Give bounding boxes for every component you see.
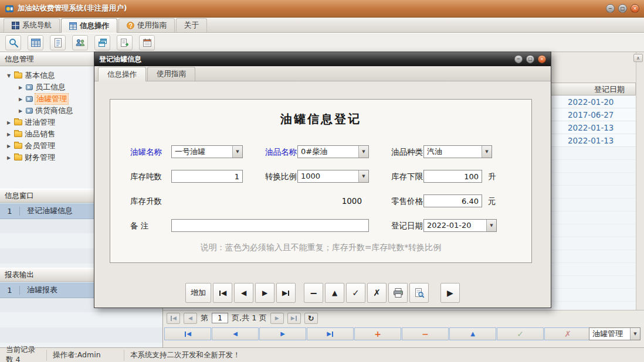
folder-icon <box>14 73 22 78</box>
tank-name-value: 一号油罐 <box>175 146 205 158</box>
grid-column-reg-date[interactable]: 登记日期 <box>550 83 636 95</box>
tab-info-ops[interactable]: 信息操作 <box>61 18 117 33</box>
dialog-close-button[interactable]: × <box>538 55 546 63</box>
table-select-dropdown[interactable]: 油罐管理 ▼ <box>589 327 640 340</box>
last-record-button[interactable]: ▶ <box>307 327 354 340</box>
dialog-tab-guide[interactable]: 使用指南 <box>147 67 195 81</box>
ratio-dropdown[interactable]: 1000 ▼ <box>297 170 369 183</box>
cascade-windows-button[interactable] <box>94 35 110 50</box>
dialog-first-button[interactable]: ◀ <box>213 283 232 303</box>
table-view-button[interactable] <box>28 35 43 50</box>
tab-label-user-guide: 使用指南 <box>137 21 167 30</box>
first-record-button[interactable]: ◀ <box>164 327 211 340</box>
dialog-cancel-button[interactable]: ✗ <box>367 283 387 303</box>
edit-record-button[interactable]: ▲ <box>449 327 496 340</box>
tab-about[interactable]: 关于 <box>176 18 207 32</box>
tree-label: 会员管理 <box>25 141 55 151</box>
dropdown-arrow-icon[interactable]: ▼ <box>232 146 242 158</box>
confirm-record-button[interactable]: ✓ <box>497 327 544 340</box>
prev-page-button[interactable]: ◀ <box>184 313 197 324</box>
dialog-close-icon: × <box>540 57 544 62</box>
calendar-button[interactable] <box>139 35 155 50</box>
search-button[interactable] <box>5 35 21 50</box>
maximize-button[interactable]: □ <box>618 4 627 13</box>
tree-collapsed-icon[interactable]: ▶ <box>6 144 12 149</box>
tree-collapsed-icon[interactable]: ▶ <box>18 97 23 102</box>
module-icon <box>26 84 33 90</box>
reg-date-dropdown[interactable]: 2022-01-20 ▼ <box>423 219 497 232</box>
oil-type-value: 汽油 <box>427 146 442 158</box>
dialog-tab-info-ops[interactable]: 信息操作 <box>98 67 146 81</box>
tank-name-dropdown[interactable]: 一号油罐 ▼ <box>171 145 243 158</box>
dialog-titlebar[interactable]: 登记油罐信息 ─ □ × <box>94 52 551 66</box>
tree-collapsed-icon[interactable]: ▶ <box>6 155 12 160</box>
tree-expand-icon[interactable]: ▼ <box>6 73 12 78</box>
add-record-button[interactable]: + <box>354 327 401 340</box>
tree-collapsed-icon[interactable]: ▶ <box>18 85 23 90</box>
right-panel-strip <box>636 52 644 310</box>
dialog-last-button[interactable]: ▶ <box>276 283 296 303</box>
page-label-prefix: 第 <box>201 313 208 323</box>
preview-button[interactable] <box>409 283 429 303</box>
dialog-prev-button[interactable]: ◀ <box>234 283 253 303</box>
stock-tons-input[interactable] <box>171 170 243 183</box>
execute-button[interactable]: ▶ <box>440 283 460 303</box>
next-record-button[interactable]: ▶ <box>259 327 306 340</box>
prev-record-button[interactable]: ◀ <box>212 327 259 340</box>
tab-label-system-nav: 系统导航 <box>22 21 52 30</box>
dropdown-arrow-icon[interactable]: ▼ <box>486 220 496 231</box>
price-input[interactable] <box>423 194 482 207</box>
list-item-label: 登记油罐信息 <box>20 206 73 216</box>
add-button[interactable]: 增加 <box>185 283 211 303</box>
app-icon <box>5 4 14 13</box>
tank-register-dialog: 登记油罐信息 ─ □ × 信息操作 使用指南 油罐信息登记 油罐名称 一号油罐 … <box>94 52 551 308</box>
refresh-button[interactable]: ↻ <box>304 313 318 324</box>
tab-system-nav[interactable]: 系统导航 <box>4 18 60 32</box>
table-grid-icon <box>69 22 77 30</box>
print-button[interactable] <box>388 283 408 303</box>
main-tab-bar: 系统导航 信息操作 使用指南 关于 <box>0 18 644 33</box>
collapse-panel-button[interactable]: ∧ <box>633 54 643 62</box>
minimize-button[interactable]: ─ <box>606 4 615 13</box>
close-button[interactable]: × <box>631 4 639 13</box>
stock-min-input[interactable] <box>423 170 482 183</box>
prev-icon: ◀ <box>241 289 246 296</box>
tab-user-guide[interactable]: 使用指南 <box>118 18 175 32</box>
document-button[interactable] <box>50 35 66 50</box>
dialog-maximize-button[interactable]: □ <box>526 55 534 63</box>
remark-input[interactable] <box>171 219 369 232</box>
first-page-bar-icon <box>171 316 172 321</box>
oil-name-dropdown[interactable]: 0#柴油 ▼ <box>297 145 369 158</box>
tree-collapsed-icon[interactable]: ▶ <box>6 120 12 125</box>
page-number-input[interactable] <box>212 313 228 323</box>
dropdown-arrow-icon[interactable]: ▼ <box>358 170 368 182</box>
close-icon: × <box>633 6 637 11</box>
next-icon: ▶ <box>262 289 267 296</box>
dialog-edit-button[interactable]: ▲ <box>325 283 344 303</box>
dropdown-arrow-icon[interactable]: ▼ <box>630 328 640 340</box>
maximize-icon: □ <box>621 6 625 11</box>
next-page-button[interactable]: ▶ <box>270 313 284 324</box>
dialog-next-button[interactable]: ▶ <box>255 283 274 303</box>
dropdown-arrow-glyph: ▼ <box>362 149 365 154</box>
export-button[interactable] <box>117 35 133 50</box>
first-page-button[interactable]: ◀ <box>167 313 180 324</box>
cancel-record-button[interactable]: ✗ <box>544 327 591 340</box>
delete-record-button[interactable]: − <box>402 327 449 340</box>
tree-collapsed-icon[interactable]: ▶ <box>6 132 12 137</box>
list-item-label: 油罐报表 <box>20 285 57 295</box>
edit-up-icon: ▲ <box>470 331 475 337</box>
dropdown-arrow-icon[interactable]: ▼ <box>482 146 492 158</box>
dialog-minimize-button[interactable]: ─ <box>514 55 523 63</box>
tree-label: 基本信息 <box>25 70 55 81</box>
grid-cell-date: 2022-01-13 <box>568 134 614 147</box>
dropdown-arrow-icon[interactable]: ▼ <box>358 146 368 158</box>
dialog-confirm-button[interactable]: ✓ <box>346 283 365 303</box>
tree-label: 油罐管理 <box>35 94 68 104</box>
tank-form: 油罐信息登记 油罐名称 一号油罐 ▼ 油品名称 0#柴油 ▼ 油品种类 汽油 ▼ <box>110 99 532 263</box>
dialog-delete-button[interactable]: − <box>304 283 323 303</box>
oil-type-dropdown[interactable]: 汽油 ▼ <box>423 145 492 158</box>
last-page-button[interactable]: ▶ <box>287 313 301 324</box>
users-button[interactable] <box>72 35 88 50</box>
tree-collapsed-icon[interactable]: ▶ <box>18 108 23 114</box>
